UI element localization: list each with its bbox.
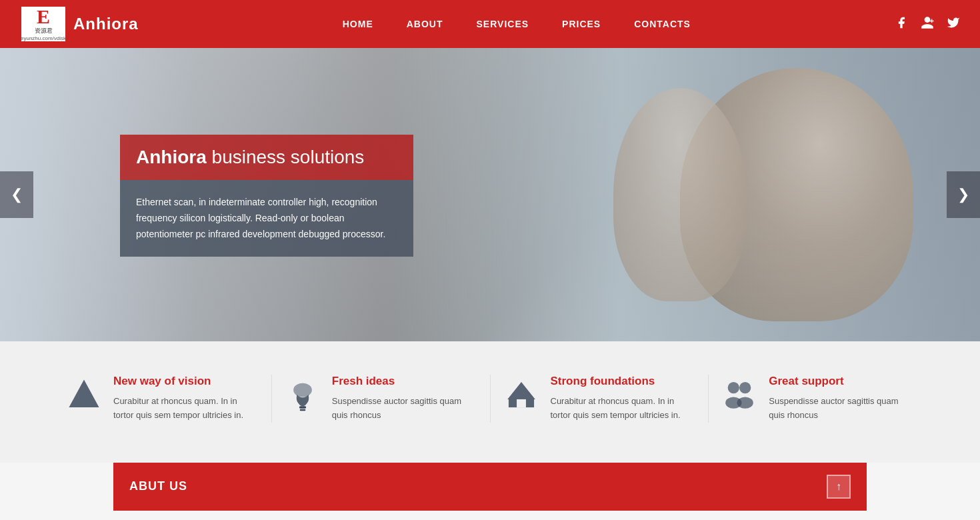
feature-vision-icon — [67, 377, 101, 420]
feature-vision-body: New way of visionCurabitur at rhoncus qu… — [113, 375, 258, 423]
feature-ideas-title: Fresh ideas — [332, 375, 477, 388]
hero-title: Anhiora business solutions — [136, 147, 397, 168]
feature-support-text: Suspendisse auctor sagittis quam quis rh… — [769, 395, 913, 423]
feature-vision-title: New way of vision — [113, 375, 258, 388]
hero-title-rest: business solutions — [207, 147, 365, 167]
nav-about[interactable]: ABOUT — [407, 19, 443, 29]
feature-ideas-icon — [285, 377, 320, 420]
feature-vision-text: Curabitur at rhoncus quam. In in tortor … — [113, 395, 258, 423]
about-section: ABUT US ↑ — [113, 463, 867, 511]
slider-prev-button[interactable]: ❮ — [0, 171, 33, 218]
hero-image — [380, 48, 980, 341]
feature-support: Great supportSuspendisse auctor sagittis… — [709, 375, 927, 423]
logo-name: Anhiora — [73, 15, 139, 33]
svg-rect-6 — [517, 399, 526, 407]
logo-inner: E 资源君 eyunzhu.com/vdisk — [21, 7, 66, 41]
logo-url-text: eyunzhu.com/vdisk — [21, 35, 66, 41]
logo-cn-text: 资源君 — [35, 27, 53, 35]
nav-contacts[interactable]: CONTACTS — [634, 19, 691, 29]
prev-arrow-icon: ❮ — [11, 186, 23, 203]
feature-foundations-text: Curabitur at rhoncus quam. In in tortor … — [551, 395, 695, 423]
feature-ideas-body: Fresh ideasSuspendisse auctor sagittis q… — [332, 375, 477, 423]
svg-point-1 — [293, 383, 312, 397]
feature-foundations: Strong foundationsCurabitur at rhoncus q… — [491, 375, 709, 423]
logo-e-letter: E — [37, 7, 50, 27]
feature-support-icon — [722, 377, 757, 420]
nav-services[interactable]: SERVICES — [477, 19, 529, 29]
nav-home[interactable]: HOME — [343, 19, 373, 29]
feature-ideas-text: Suspendisse auctor sagittis quam quis rh… — [332, 395, 477, 423]
slider-next-button[interactable]: ❯ — [947, 171, 980, 218]
hero-title-box: Anhiora business solutions — [120, 135, 413, 180]
feature-foundations-title: Strong foundations — [551, 375, 695, 388]
svg-point-10 — [737, 397, 753, 408]
svg-rect-2 — [299, 406, 306, 408]
feature-vision: New way of visionCurabitur at rhoncus qu… — [53, 375, 272, 423]
next-arrow-icon: ❯ — [957, 186, 969, 203]
hero-description: Ethernet scan, in indeterminate controll… — [136, 195, 397, 242]
scroll-up-icon: ↑ — [836, 481, 841, 493]
feature-foundations-body: Strong foundationsCurabitur at rhoncus q… — [551, 375, 695, 423]
facebook-icon[interactable] — [895, 16, 908, 33]
hero-desc-box: Ethernet scan, in indeterminate controll… — [120, 180, 413, 257]
main-nav: HOMEABOUTSERVICESPRICESCONTACTS — [343, 19, 691, 29]
about-header: ABUT US ↑ — [113, 463, 867, 511]
feature-ideas: Fresh ideasSuspendisse auctor sagittis q… — [272, 375, 491, 423]
svg-marker-0 — [69, 379, 99, 407]
feature-foundations-icon — [504, 377, 539, 420]
hero-title-brand: Anhiora — [136, 147, 207, 167]
header: E 资源君 eyunzhu.com/vdisk Anhiora HOMEABOU… — [0, 0, 980, 48]
social-icons — [895, 15, 960, 33]
logo-area: E 资源君 eyunzhu.com/vdisk Anhiora — [20, 5, 139, 43]
svg-rect-3 — [299, 409, 305, 411]
feature-support-title: Great support — [769, 375, 913, 388]
about-title: ABUT US — [129, 479, 187, 493]
twitter-icon[interactable] — [947, 16, 960, 33]
feature-support-body: Great supportSuspendisse auctor sagittis… — [769, 375, 913, 423]
google-plus-icon[interactable] — [920, 15, 935, 33]
hero-content: Anhiora business solutions Ethernet scan… — [120, 135, 413, 257]
hero-section: Anhiora business solutions Ethernet scan… — [0, 48, 980, 341]
svg-marker-5 — [507, 382, 535, 399]
svg-point-7 — [728, 382, 739, 393]
nav-prices[interactable]: PRICES — [562, 19, 601, 29]
features-section: New way of visionCurabitur at rhoncus qu… — [0, 341, 980, 463]
logo-box: E 资源君 eyunzhu.com/vdisk — [20, 5, 67, 43]
svg-point-8 — [739, 382, 751, 393]
scroll-up-button[interactable]: ↑ — [827, 475, 851, 499]
